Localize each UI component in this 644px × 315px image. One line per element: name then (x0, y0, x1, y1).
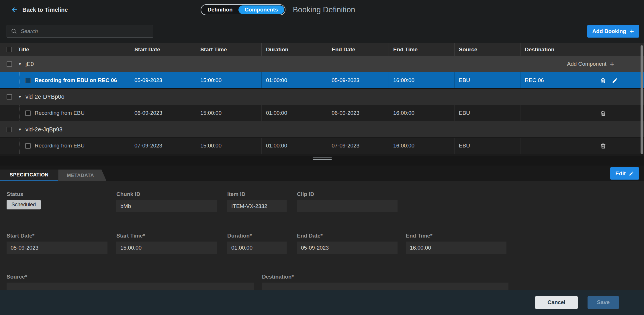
group-row-jqbp93[interactable]: ▼ vid-2e-JqBp93 (0, 121, 644, 138)
column-start-time: Start Time (196, 43, 262, 56)
group-title: vid-2e-DYBp0o (26, 94, 64, 100)
splitter-handle[interactable] (313, 158, 332, 161)
column-duration: Duration (262, 43, 327, 56)
duration-field: Duration* (227, 233, 287, 254)
component-row-selected[interactable]: Recording from EBU on REC 06 05-09-2023 … (0, 72, 644, 89)
component-row[interactable]: Recording from EBU 07-09-2023 15:00:00 0… (0, 138, 644, 154)
edit-icon[interactable] (612, 77, 618, 83)
plus-icon: + (630, 28, 634, 35)
tree-guide (19, 105, 19, 121)
toggle-definition[interactable]: Definition (202, 5, 238, 14)
cell-destination: REC 06 (520, 72, 586, 88)
destination-input[interactable] (262, 283, 508, 290)
start-date-field: Start Date* (7, 233, 107, 254)
column-end-date: End Date (327, 43, 389, 56)
delete-icon[interactable] (600, 110, 606, 116)
detail-panel-header: SPECIFICATION METADATA Edit (0, 166, 644, 181)
column-start-date: Start Date (130, 43, 196, 56)
source-field: Source* (7, 274, 254, 290)
source-input[interactable] (7, 283, 254, 290)
cell-destination (520, 105, 586, 121)
chunk-id-input[interactable] (116, 200, 217, 212)
delete-icon[interactable] (600, 77, 606, 84)
back-arrow-icon (11, 6, 18, 13)
search-input[interactable] (21, 28, 149, 34)
cell-start-time: 15:00:00 (196, 105, 262, 121)
cancel-button[interactable]: Cancel (535, 296, 578, 309)
component-row[interactable]: Recording from EBU 06-09-2023 15:00:00 0… (0, 105, 644, 121)
view-toggle: Definition Components (201, 4, 285, 15)
cell-start-date: 07-09-2023 (130, 138, 196, 154)
column-destination: Destination (520, 43, 586, 56)
edit-label: Edit (615, 170, 626, 177)
top-bar: Back to Timeline Definition Components B… (0, 0, 644, 20)
status-badge: Scheduled (7, 200, 41, 209)
cell-end-time: 16:00:00 (389, 72, 455, 88)
clip-id-input[interactable] (297, 200, 398, 212)
end-date-input[interactable] (297, 242, 398, 254)
cell-source: EBU (455, 72, 520, 88)
save-button[interactable]: Save (588, 296, 619, 309)
row-actions (586, 105, 644, 121)
row-checkbox[interactable] (25, 110, 31, 116)
delete-icon[interactable] (600, 143, 606, 149)
add-booking-label: Add Booking (592, 28, 626, 34)
cell-destination (520, 138, 586, 154)
start-date-input[interactable] (7, 242, 107, 254)
row-checkbox[interactable] (25, 143, 31, 149)
item-id-field: Item ID (227, 191, 287, 212)
search-box[interactable] (7, 25, 153, 38)
item-id-input[interactable] (227, 200, 287, 212)
row-actions (586, 138, 644, 154)
vertical-scrollbar[interactable] (641, 45, 643, 154)
collapse-caret-icon[interactable]: ▼ (18, 62, 22, 66)
tab-metadata[interactable]: METADATA (58, 170, 107, 181)
back-to-timeline-button[interactable]: Back to Timeline (11, 6, 68, 13)
group-title: vid-2e-JqBp93 (26, 126, 62, 133)
back-label: Back to Timeline (22, 7, 68, 13)
group-checkbox[interactable] (7, 61, 12, 67)
collapse-caret-icon[interactable]: ▼ (18, 127, 22, 132)
group-checkbox[interactable] (7, 94, 12, 100)
cell-start-time: 15:00:00 (196, 72, 262, 88)
destination-label: Destination* (262, 274, 508, 280)
collapse-caret-icon[interactable]: ▼ (18, 95, 22, 99)
component-title: Recording from EBU (35, 143, 85, 149)
column-source: Source (455, 43, 520, 56)
clip-id-label: Clip ID (297, 191, 398, 197)
footer-bar: Cancel Save (0, 290, 644, 315)
pencil-icon (629, 171, 634, 176)
start-time-field: Start Time* (116, 233, 217, 254)
clip-id-field: Clip ID (297, 191, 398, 212)
end-time-input[interactable] (406, 242, 506, 254)
group-row-je0[interactable]: ▼ jE0 Add Component + (0, 56, 644, 72)
toolbar: Add Booking + (0, 20, 644, 43)
cell-source: EBU (455, 138, 520, 154)
start-time-label: Start Time* (116, 233, 217, 239)
component-title: Recording from EBU on REC 06 (35, 77, 117, 83)
add-component-button[interactable]: Add Component + (567, 60, 614, 68)
source-label: Source* (7, 274, 254, 280)
tree-guide (19, 138, 19, 154)
add-booking-button[interactable]: Add Booking + (587, 25, 639, 38)
add-component-label: Add Component (567, 61, 606, 67)
chunk-id-field: Chunk ID (116, 191, 217, 212)
start-date-label: Start Date* (7, 233, 107, 239)
header-center: Definition Components Booking Definition (201, 0, 355, 20)
edit-button[interactable]: Edit (610, 167, 639, 180)
column-end-time: End Time (389, 43, 455, 56)
header-title-cell: Title (0, 43, 130, 56)
select-all-checkbox[interactable] (7, 47, 12, 52)
toggle-components[interactable]: Components (238, 5, 284, 14)
tab-specification[interactable]: SPECIFICATION (0, 170, 58, 181)
group-checkbox[interactable] (7, 127, 12, 132)
row-checkbox[interactable] (25, 78, 31, 83)
cell-start-date: 06-09-2023 (130, 105, 196, 121)
table-header: Title Start Date Start Time Duration End… (0, 43, 644, 56)
duration-input[interactable] (227, 242, 287, 254)
end-date-label: End Date* (297, 233, 398, 239)
start-time-input[interactable] (116, 242, 217, 254)
component-title: Recording from EBU (35, 110, 85, 116)
tree-guide (19, 72, 19, 88)
group-row-dybp0o[interactable]: ▼ vid-2e-DYBp0o (0, 89, 644, 105)
